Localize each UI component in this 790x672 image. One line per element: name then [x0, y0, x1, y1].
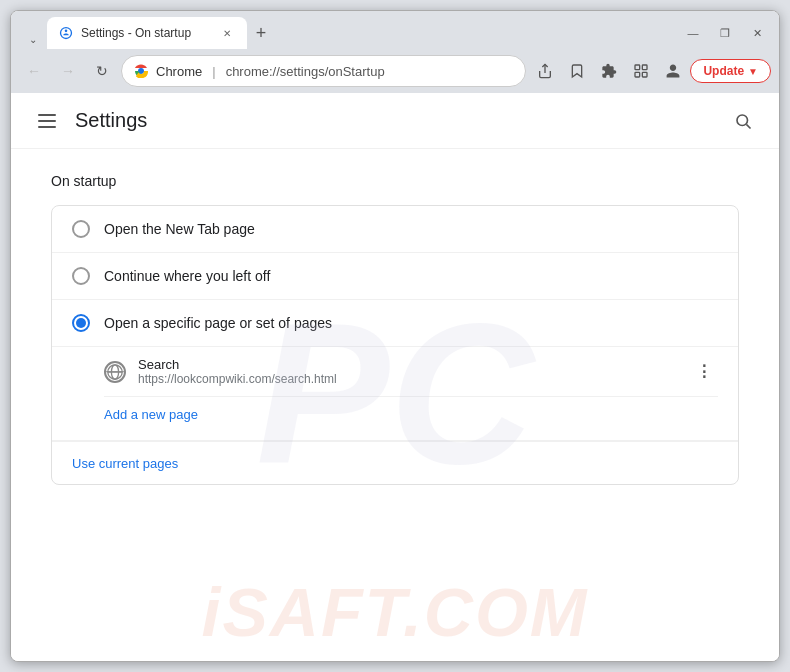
browser-window: ⌄ Settings - On startup ✕ + — ❐ ✕ ← → ↻: [10, 10, 780, 662]
settings-header: Settings: [11, 93, 779, 149]
address-separator: |: [212, 64, 215, 79]
tab-strip: Settings - On startup ✕ +: [47, 17, 679, 49]
reload-button[interactable]: ↻: [87, 56, 117, 86]
page-content: Settings PC On startup Open the New Tab …: [11, 93, 779, 661]
tab-close-button[interactable]: ✕: [219, 25, 235, 41]
update-button[interactable]: Update ▼: [690, 59, 771, 83]
specific-page-sub-items: Search https://lookcompwiki.com/search.h…: [52, 347, 738, 441]
search-page-url: https://lookcompwiki.com/search.html: [138, 372, 678, 386]
hamburger-line-2: [38, 120, 56, 122]
tab-groups-icon[interactable]: [626, 56, 656, 86]
option-specific-page[interactable]: Open a specific page or set of pages: [52, 300, 738, 347]
section-label: On startup: [51, 173, 739, 189]
use-current-pages-link[interactable]: Use current pages: [72, 456, 178, 471]
radio-continue[interactable]: [72, 267, 90, 285]
maximize-button[interactable]: ❐: [711, 23, 739, 43]
search-settings-button[interactable]: [727, 105, 759, 137]
site-watermark: iSAFT.COM: [202, 573, 589, 651]
close-button[interactable]: ✕: [743, 23, 771, 43]
forward-button[interactable]: →: [53, 56, 83, 86]
hamburger-line-1: [38, 114, 56, 116]
address-chrome-label: Chrome: [156, 64, 202, 79]
option-new-tab-label: Open the New Tab page: [104, 221, 255, 237]
radio-new-tab[interactable]: [72, 220, 90, 238]
svg-point-9: [111, 364, 118, 378]
svg-rect-4: [635, 72, 640, 77]
option-new-tab[interactable]: Open the New Tab page: [52, 206, 738, 253]
page-title: Settings: [75, 109, 715, 132]
search-page-more-button[interactable]: ⋮: [690, 358, 718, 386]
svg-rect-3: [643, 65, 648, 70]
chrome-logo-icon: [134, 64, 148, 78]
globe-icon: [104, 361, 126, 383]
svg-rect-5: [643, 72, 648, 77]
address-bar[interactable]: Chrome | chrome://settings/onStartup: [121, 55, 526, 87]
radio-selected-dot: [76, 318, 86, 328]
back-button[interactable]: ←: [19, 56, 49, 86]
hamburger-line-3: [38, 126, 56, 128]
toolbar-actions: Update ▼: [530, 56, 771, 86]
startup-options-card: Open the New Tab page Continue where you…: [51, 205, 739, 485]
use-current-row: Use current pages: [52, 441, 738, 484]
title-bar: ⌄ Settings - On startup ✕ + — ❐ ✕: [11, 11, 779, 49]
search-icon: [734, 112, 752, 130]
hamburger-menu-button[interactable]: [31, 105, 63, 137]
option-continue-label: Continue where you left off: [104, 268, 270, 284]
update-menu-icon: ▼: [748, 66, 758, 77]
address-url: chrome://settings/onStartup: [226, 64, 385, 79]
svg-point-6: [737, 115, 748, 126]
svg-point-8: [108, 364, 122, 378]
svg-rect-2: [635, 65, 640, 70]
add-new-page-link[interactable]: Add a new page: [104, 397, 198, 432]
option-continue[interactable]: Continue where you left off: [52, 253, 738, 300]
profile-icon[interactable]: [658, 56, 688, 86]
minimize-button[interactable]: —: [679, 23, 707, 43]
window-controls: — ❐ ✕: [679, 23, 771, 43]
option-specific-page-label: Open a specific page or set of pages: [104, 315, 332, 331]
search-page-item: Search https://lookcompwiki.com/search.h…: [104, 347, 718, 397]
update-label: Update: [703, 64, 744, 78]
active-tab[interactable]: Settings - On startup ✕: [47, 17, 247, 49]
tab-title-label: Settings - On startup: [81, 26, 211, 40]
search-page-info: Search https://lookcompwiki.com/search.h…: [138, 357, 678, 386]
new-tab-button[interactable]: +: [247, 19, 275, 47]
search-page-name: Search: [138, 357, 678, 372]
settings-favicon-icon: [59, 26, 73, 40]
main-content: PC On startup Open the New Tab page Cont…: [11, 149, 779, 661]
extensions-icon[interactable]: [594, 56, 624, 86]
svg-line-7: [746, 124, 750, 128]
toolbar: ← → ↻ Chrome | chrome://settings/onStart…: [11, 49, 779, 93]
bookmark-icon[interactable]: [562, 56, 592, 86]
radio-specific-page[interactable]: [72, 314, 90, 332]
share-icon[interactable]: [530, 56, 560, 86]
tab-list-chevron[interactable]: ⌄: [19, 29, 47, 49]
